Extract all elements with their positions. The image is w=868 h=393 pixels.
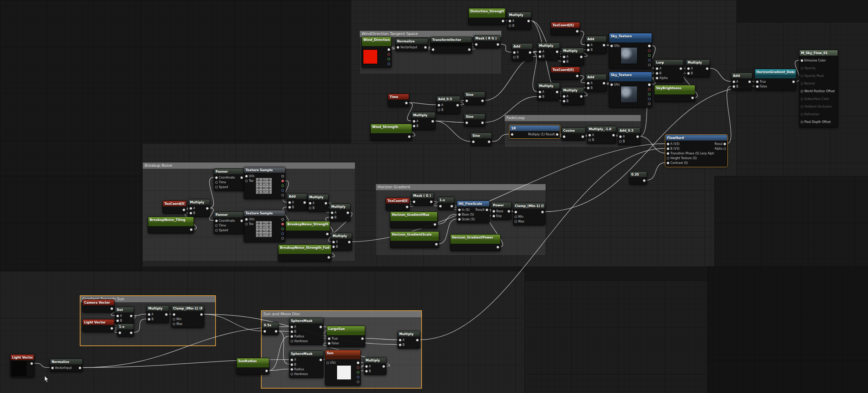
node-header[interactable]: Texture Sample	[244, 210, 285, 216]
node-mul_a1[interactable]: MultiplyAB	[537, 42, 560, 60]
input-pin[interactable]	[465, 121, 468, 124]
output-pin[interactable]	[556, 91, 558, 93]
output-pin[interactable]	[792, 81, 795, 83]
output-pin[interactable]	[643, 179, 646, 182]
input-pin[interactable]	[119, 332, 121, 334]
output-pin[interactable]	[435, 243, 438, 246]
node-fl_add_05[interactable]: Add_0.5AB	[618, 127, 640, 145]
node-header[interactable]: Add_0.5	[618, 128, 640, 133]
node-header[interactable]: 1-x	[438, 197, 454, 203]
output-pin[interactable]	[648, 59, 651, 61]
node-smd_sun_texture[interactable]: SunUVs	[325, 350, 361, 386]
output-pin[interactable]	[111, 307, 113, 310]
node-header[interactable]: 1R	[510, 126, 560, 131]
input-pin[interactable]	[328, 342, 330, 345]
node-header[interactable]: Light Vector	[83, 319, 114, 325]
node-header[interactable]: Sky_Texture	[609, 72, 652, 78]
node-sky_texture_a[interactable]: Sky_TextureUVs	[609, 33, 652, 69]
node-mul_b2[interactable]: MultiplyAB	[561, 87, 584, 105]
input-pin[interactable]	[509, 25, 511, 27]
output-pin[interactable]	[450, 205, 453, 207]
node-header[interactable]: Multiply	[398, 331, 420, 337]
node-hg_finescale[interactable]: HG_FineScaleIn (S)Base (S)Scale (S)Resul…	[457, 201, 490, 223]
node-header[interactable]: Multiply	[330, 204, 350, 209]
node-header[interactable]: TransformVector	[431, 37, 472, 42]
output-pin[interactable]	[612, 134, 615, 136]
node-header[interactable]: Multiply	[508, 12, 531, 18]
output-pin[interactable]	[430, 201, 433, 203]
output-pin[interactable]	[636, 135, 639, 138]
node-header[interactable]: Sun	[325, 350, 360, 356]
output-pin[interactable]	[281, 184, 284, 187]
node-header[interactable]: BreakupNoise_Strength_Fade	[278, 245, 331, 250]
node-add_wind[interactable]: AddAB	[512, 43, 533, 61]
node-header[interactable]: Clamp_(Min-1) (Max+1)	[513, 203, 545, 209]
input-pin[interactable]	[263, 330, 266, 333]
output-pin[interactable]	[130, 332, 132, 334]
node-bn_texsample_a[interactable]: Texture SampleUVsTex	[244, 167, 285, 199]
output-pin[interactable]	[111, 327, 113, 330]
node-mul_a2[interactable]: MultiplyAB	[561, 48, 584, 66]
node-header[interactable]: Add	[732, 73, 752, 78]
node-distortion_strength[interactable]: Distortion_Strength	[468, 8, 506, 25]
output-pin[interactable]	[648, 93, 651, 96]
node-mul_skybrightness[interactable]: MultiplyAB	[686, 59, 710, 77]
input-pin[interactable]	[291, 373, 293, 375]
node-fl_mul_neg1[interactable]: Multiply_-1.0AB	[587, 126, 616, 144]
node-header[interactable]: SunRadius	[237, 358, 269, 364]
output-pin[interactable]	[556, 50, 558, 53]
input-pin[interactable]	[539, 91, 541, 93]
node-gts_light_vector[interactable]: Light Vector	[82, 319, 115, 332]
input-pin[interactable]	[465, 100, 468, 102]
input-pin[interactable]	[515, 220, 517, 223]
output-pin[interactable]	[281, 194, 284, 196]
node-bn_strength_fade[interactable]: BreakupNoise_Strength_Fade	[278, 244, 332, 261]
node-const_035[interactable]: 0.35	[629, 171, 647, 184]
output-pin[interactable]	[434, 223, 436, 226]
node-header[interactable]: Mask ( G )	[412, 193, 434, 198]
node-header[interactable]: Wind_Direction	[362, 37, 391, 42]
input-pin[interactable]	[439, 205, 442, 207]
input-pin[interactable]	[667, 152, 669, 155]
node-header[interactable]: Camera Vector	[83, 300, 114, 305]
input-pin[interactable]	[438, 109, 440, 111]
node-add_uv_b[interactable]: AddAB	[585, 74, 607, 92]
output-pin[interactable]	[357, 376, 359, 378]
input-pin[interactable]	[245, 175, 248, 177]
node-texcoord_a[interactable]: TexCoord[0]	[551, 22, 580, 35]
node-fl_cosine[interactable]: Cosine	[561, 127, 585, 141]
node-wind_direction[interactable]: Wind_Direction	[362, 37, 392, 68]
node-bn_strength[interactable]: BreakupNoise_Strength	[285, 221, 330, 238]
node-sine_a[interactable]: Sine	[464, 91, 485, 105]
node-header[interactable]: 1-x	[117, 324, 134, 329]
node-header[interactable]: Multiply	[538, 83, 560, 89]
node-hg_power[interactable]: PowerBaseExp	[491, 202, 512, 220]
input-pin-ambient-occlusion[interactable]	[801, 105, 803, 108]
input-pin[interactable]	[413, 201, 415, 203]
output-pin[interactable]	[281, 232, 284, 235]
node-header[interactable]: TexCoord[0]	[551, 22, 580, 28]
node-header[interactable]: Sky_Texture	[609, 33, 652, 39]
output-pin[interactable]	[347, 212, 349, 214]
node-header[interactable]: HG_FineScale	[457, 201, 489, 206]
input-pin[interactable]	[365, 365, 368, 368]
input-pin[interactable]	[365, 370, 368, 373]
input-pin[interactable]	[509, 20, 511, 22]
node-header[interactable]: Add	[586, 74, 606, 80]
output-pin[interactable]	[30, 362, 33, 365]
node-header[interactable]: HorizonGradient_Debug	[755, 69, 796, 75]
node-header[interactable]: Multiply	[562, 48, 584, 53]
output-pin[interactable]	[79, 367, 81, 369]
input-pin[interactable]	[190, 212, 192, 214]
input-pin[interactable]	[687, 67, 690, 70]
node-smd_half[interactable]: 0.5x	[262, 322, 279, 335]
node-header[interactable]: Panner	[214, 169, 244, 174]
output-pin[interactable]	[416, 339, 419, 341]
input-pin[interactable]	[215, 181, 218, 184]
node-add_time[interactable]: Add_0.5AB	[436, 96, 460, 114]
input-pin[interactable]	[515, 216, 517, 218]
output-pin[interactable]	[206, 207, 209, 210]
input-pin[interactable]	[539, 50, 541, 53]
output-pin[interactable]	[281, 237, 284, 240]
node-smd_largesun[interactable]: LargeSunTrueFalse	[326, 326, 365, 347]
